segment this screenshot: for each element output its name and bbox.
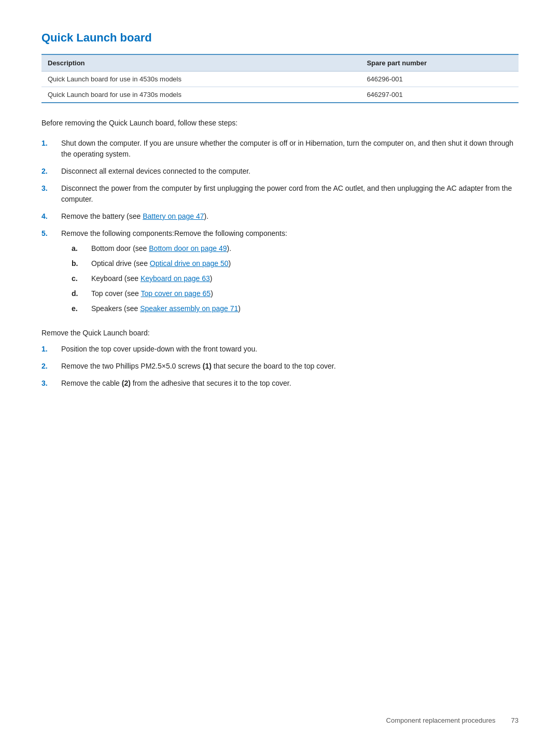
- page-title: Quick Launch board: [41, 31, 519, 45]
- list-item: d.Top cover (see Top cover on page 65): [61, 288, 519, 299]
- sub-step-content: Top cover (see Top cover on page 65): [91, 288, 519, 299]
- doc-link[interactable]: Speaker assembly on page 71: [140, 304, 238, 313]
- step-text-after: from the adhesive that secures it to the…: [131, 379, 291, 387]
- doc-link[interactable]: Optical drive on page 50: [150, 259, 229, 268]
- step-main-text: Remove the following components:: [174, 229, 287, 237]
- step-bold: (1): [203, 362, 212, 370]
- table-cell-description: Quick Launch board for use in 4730s mode…: [41, 87, 360, 103]
- table-cell-description: Quick Launch board for use in 4530s mode…: [41, 72, 360, 87]
- footer-label: Component replacement procedures: [386, 716, 496, 724]
- step-text-after: that secure the board to the top cover.: [212, 362, 336, 370]
- list-item: 1.Position the top cover upside-down wit…: [41, 344, 519, 355]
- step-number: 1.: [41, 138, 61, 149]
- sub-text-after: ): [211, 289, 213, 298]
- step-number: 4.: [41, 211, 61, 222]
- table-cell-partnum: 646296-001: [360, 72, 519, 87]
- sub-text-after: ).: [227, 244, 232, 252]
- step-content: Disconnect the power from the computer b…: [61, 183, 519, 205]
- sub-letter: a.: [72, 243, 91, 254]
- sub-letter: b.: [72, 258, 91, 269]
- remove-label: Remove the Quick Launch board:: [41, 328, 519, 339]
- step-content: Position the top cover upside-down with …: [61, 344, 519, 355]
- step-number: 3.: [41, 378, 61, 389]
- step-content: Shut down the computer. If you are unsur…: [61, 138, 519, 160]
- footer: Component replacement procedures 73: [386, 716, 519, 724]
- doc-link[interactable]: Keyboard on page 63: [141, 274, 210, 283]
- list-item: 2.Disconnect all external devices connec…: [41, 166, 519, 177]
- sub-letter: c.: [72, 273, 91, 284]
- list-item: 3.Remove the cable (2) from the adhesive…: [41, 378, 519, 389]
- prereq-steps-list: 1.Shut down the computer. If you are uns…: [41, 138, 519, 318]
- intro-text: Before removing the Quick Launch board, …: [41, 118, 519, 129]
- list-item: e.Speakers (see Speaker assembly on page…: [61, 303, 519, 314]
- table-row: Quick Launch board for use in 4530s mode…: [41, 72, 519, 87]
- sub-letter: e.: [72, 303, 91, 314]
- step-content: Remove the following components:Remove t…: [61, 228, 519, 318]
- sub-step-content: Keyboard (see Keyboard on page 63): [91, 273, 519, 284]
- spare-parts-table: Description Spare part number Quick Laun…: [41, 54, 519, 103]
- sub-text-before: Optical drive (see: [91, 259, 150, 268]
- step-text-after: ).: [204, 212, 209, 220]
- table-header-row: Description Spare part number: [41, 54, 519, 72]
- list-item: 5.Remove the following components:Remove…: [41, 228, 519, 318]
- step-content: Remove the battery (see Battery on page …: [61, 211, 519, 222]
- step-text-before: Remove the two Phillips PM2.5×5.0 screws: [61, 362, 203, 370]
- sub-text-after: ): [229, 259, 231, 268]
- remove-steps-list: 1.Position the top cover upside-down wit…: [41, 344, 519, 389]
- footer-page-number: 73: [511, 716, 519, 724]
- sub-step-content: Optical drive (see Optical drive on page…: [91, 258, 519, 269]
- sub-text-after: ): [210, 274, 213, 283]
- list-item: 3.Disconnect the power from the computer…: [41, 183, 519, 205]
- doc-link[interactable]: Top cover on page 65: [141, 289, 211, 298]
- list-item: c.Keyboard (see Keyboard on page 63): [61, 273, 519, 284]
- list-item: a.Bottom door (see Bottom door on page 4…: [61, 243, 519, 254]
- table-cell-partnum: 646297-001: [360, 87, 519, 103]
- doc-link[interactable]: Bottom door on page 49: [149, 244, 227, 252]
- step-content: Disconnect all external devices connecte…: [61, 166, 519, 177]
- list-item: b.Optical drive (see Optical drive on pa…: [61, 258, 519, 269]
- table-row: Quick Launch board for use in 4730s mode…: [41, 87, 519, 103]
- sub-text-after: ): [238, 304, 241, 313]
- step-text-before: Remove the battery (see: [61, 212, 143, 220]
- col-partnum-header: Spare part number: [360, 54, 519, 72]
- doc-link[interactable]: Battery on page 47: [143, 212, 204, 220]
- step-text-before: Remove the cable: [61, 379, 122, 387]
- step-number: 3.: [41, 183, 61, 194]
- step-number: 2.: [41, 361, 61, 372]
- sub-steps-list: a.Bottom door (see Bottom door on page 4…: [61, 243, 519, 314]
- sub-text-before: Keyboard (see: [91, 274, 141, 283]
- sub-step-content: Speakers (see Speaker assembly on page 7…: [91, 303, 519, 314]
- step-number: 1.: [41, 344, 61, 355]
- step-number: 2.: [41, 166, 61, 177]
- sub-text-before: Bottom door (see: [91, 244, 149, 252]
- list-item: 4.Remove the battery (see Battery on pag…: [41, 211, 519, 222]
- sub-letter: d.: [72, 288, 91, 299]
- list-item: 1.Shut down the computer. If you are uns…: [41, 138, 519, 160]
- list-item: 2.Remove the two Phillips PM2.5×5.0 scre…: [41, 361, 519, 372]
- step-content: Remove the cable (2) from the adhesive t…: [61, 378, 519, 389]
- step-number: 5.: [41, 228, 61, 239]
- sub-text-before: Speakers (see: [91, 304, 140, 313]
- step-content: Remove the two Phillips PM2.5×5.0 screws…: [61, 361, 519, 372]
- sub-step-content: Bottom door (see Bottom door on page 49)…: [91, 243, 519, 254]
- col-description-header: Description: [41, 54, 360, 72]
- page-content: Quick Launch board Description Spare par…: [0, 0, 560, 437]
- step-bold: (2): [122, 379, 131, 387]
- sub-text-before: Top cover (see: [91, 289, 141, 298]
